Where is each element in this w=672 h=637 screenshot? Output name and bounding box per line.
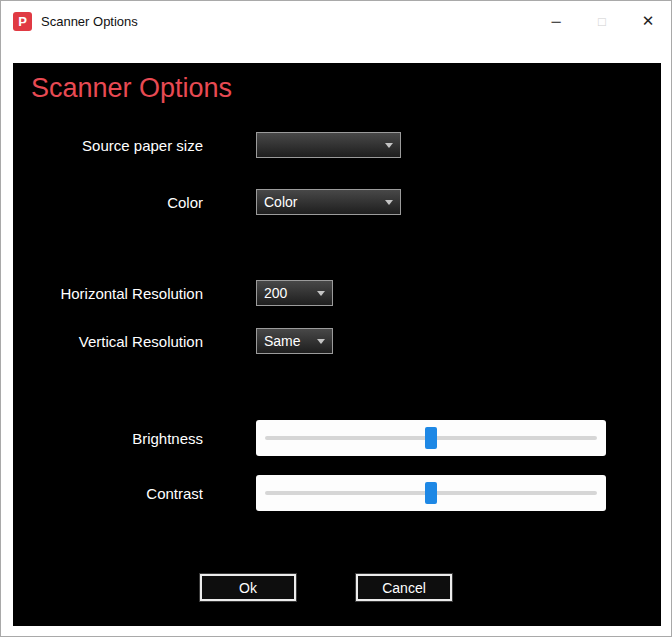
form-row-contrast: Contrast	[13, 475, 606, 511]
source-paper-size-select[interactable]	[256, 132, 401, 158]
chevron-down-icon	[385, 143, 393, 148]
scanner-options-panel: Scanner Options Source paper size Color …	[13, 63, 661, 626]
form-row-horizontal-resolution: Horizontal Resolution 200	[13, 280, 333, 306]
horizontal-resolution-select[interactable]: 200	[256, 280, 333, 306]
contrast-slider[interactable]	[256, 475, 606, 511]
contrast-label: Contrast	[13, 485, 203, 502]
maximize-button[interactable]: □	[579, 1, 625, 41]
color-value: Color	[264, 194, 297, 210]
source-paper-size-label: Source paper size	[13, 137, 203, 154]
close-icon: ✕	[642, 12, 655, 30]
chevron-down-icon	[317, 291, 325, 296]
chevron-down-icon	[385, 200, 393, 205]
window-controls: ─ □ ✕	[533, 1, 671, 41]
window-title: Scanner Options	[41, 14, 138, 29]
horizontal-resolution-value: 200	[264, 285, 287, 301]
form-row-source-paper-size: Source paper size	[13, 132, 401, 158]
brightness-slider-thumb[interactable]	[425, 427, 437, 449]
ok-button[interactable]: Ok	[200, 574, 296, 601]
horizontal-resolution-label: Horizontal Resolution	[13, 285, 203, 302]
form-row-color: Color Color	[13, 189, 401, 215]
color-select[interactable]: Color	[256, 189, 401, 215]
vertical-resolution-select[interactable]: Same	[256, 328, 333, 354]
minimize-icon: ─	[551, 14, 560, 29]
vertical-resolution-value: Same	[264, 333, 301, 349]
minimize-button[interactable]: ─	[533, 1, 579, 41]
maximize-icon: □	[598, 14, 606, 29]
scanner-options-window: P Scanner Options ─ □ ✕ Scanner Options …	[0, 0, 672, 637]
chevron-down-icon	[317, 339, 325, 344]
page-title: Scanner Options	[31, 73, 232, 104]
app-icon-letter: P	[18, 14, 27, 29]
close-button[interactable]: ✕	[625, 1, 671, 41]
form-row-brightness: Brightness	[13, 420, 606, 456]
form-row-vertical-resolution: Vertical Resolution Same	[13, 328, 333, 354]
contrast-slider-thumb[interactable]	[425, 482, 437, 504]
color-label: Color	[13, 194, 203, 211]
brightness-slider[interactable]	[256, 420, 606, 456]
titlebar: P Scanner Options ─ □ ✕	[1, 1, 671, 41]
vertical-resolution-label: Vertical Resolution	[13, 333, 203, 350]
app-icon: P	[13, 12, 32, 31]
brightness-label: Brightness	[13, 430, 203, 447]
cancel-button[interactable]: Cancel	[356, 574, 452, 601]
